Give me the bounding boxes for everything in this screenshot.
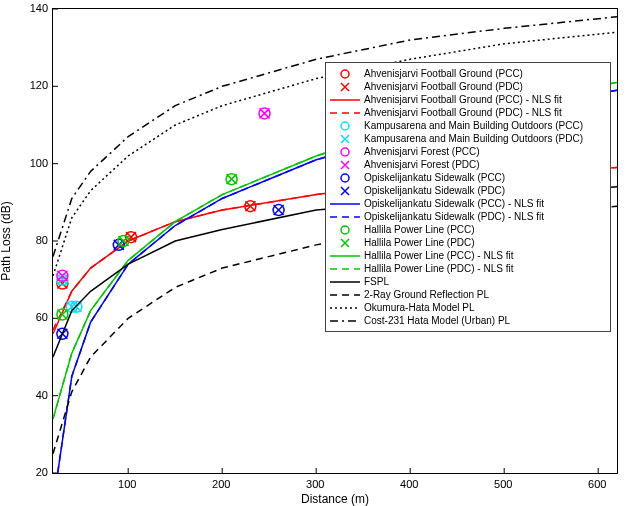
legend-label: Hallila Power Line (PCC) - NLS fit (364, 249, 514, 262)
legend-label: Cost-231 Hata Model (Urban) PL (364, 314, 510, 327)
x-tick-label: 200 (212, 478, 230, 490)
legend-label: Ahvenisjarvi Football Ground (PCC) - NLS… (364, 93, 562, 106)
y-tick-label: 100 (8, 157, 48, 169)
x-axis-label: Distance (m) (301, 492, 369, 506)
legend-label: FSPL (364, 275, 389, 288)
legend-swatch (330, 263, 360, 275)
legend-label: Hallila Power Line (PCC) (364, 223, 475, 236)
legend-swatch (330, 276, 360, 288)
legend-label: Opiskelijankatu Sidewalk (PDC) - NLS fit (364, 210, 544, 223)
legend-label: Opiskelijankatu Sidewalk (PCC) (364, 171, 505, 184)
legend-swatch (330, 185, 360, 197)
legend-row: Kampusarena and Main Building Outdoors (… (330, 132, 606, 145)
x-tick-label: 500 (494, 478, 512, 490)
y-tick-label: 60 (8, 311, 48, 323)
legend: Ahvenisjarvi Football Ground (PCC)Ahveni… (325, 62, 611, 332)
legend-swatch (330, 120, 360, 132)
legend-swatch (330, 94, 360, 106)
svg-point-40 (341, 226, 349, 234)
legend-row: Ahvenisjarvi Forest (PCC) (330, 145, 606, 158)
legend-swatch (330, 81, 360, 93)
legend-row: Kampusarena and Main Building Outdoors (… (330, 119, 606, 132)
legend-row: Cost-231 Hata Model (Urban) PL (330, 314, 606, 327)
legend-row: Hallila Power Line (PDC) - NLS fit (330, 262, 606, 275)
legend-row: Ahvenisjarvi Forest (PDC) (330, 158, 606, 171)
y-tick-label: 120 (8, 79, 48, 91)
x-tick-label: 100 (118, 478, 136, 490)
x-tick-label: 400 (400, 478, 418, 490)
legend-label: 2-Ray Ground Reflection PL (364, 288, 489, 301)
legend-swatch (330, 237, 360, 249)
legend-row: Ahvenisjarvi Football Ground (PCC) (330, 67, 606, 80)
legend-label: Ahvenisjarvi Football Ground (PDC) - NLS… (364, 106, 562, 119)
legend-row: FSPL (330, 275, 606, 288)
legend-swatch (330, 133, 360, 145)
legend-row: Hallila Power Line (PCC) (330, 223, 606, 236)
legend-swatch (330, 146, 360, 158)
y-tick-label: 80 (8, 234, 48, 246)
legend-swatch (330, 68, 360, 80)
legend-row: Ahvenisjarvi Football Ground (PCC) - NLS… (330, 93, 606, 106)
y-tick-label: 140 (8, 2, 48, 14)
legend-label: Okumura-Hata Model PL (364, 301, 475, 314)
legend-row: Ahvenisjarvi Football Ground (PDC) (330, 80, 606, 93)
legend-row: Okumura-Hata Model PL (330, 301, 606, 314)
legend-swatch (330, 159, 360, 171)
legend-swatch (330, 302, 360, 314)
legend-row: Hallila Power Line (PCC) - NLS fit (330, 249, 606, 262)
legend-swatch (330, 315, 360, 327)
legend-label: Ahvenisjarvi Football Ground (PDC) (364, 80, 523, 93)
x-tick-label: 300 (306, 478, 324, 490)
legend-row: Opiskelijankatu Sidewalk (PCC) - NLS fit (330, 197, 606, 210)
legend-label: Ahvenisjarvi Forest (PDC) (364, 158, 480, 171)
y-tick-label: 40 (8, 389, 48, 401)
legend-label: Hallila Power Line (PDC) (364, 236, 475, 249)
legend-swatch (330, 198, 360, 210)
legend-label: Kampusarena and Main Building Outdoors (… (364, 119, 583, 132)
svg-point-32 (341, 70, 349, 78)
svg-point-36 (341, 148, 349, 156)
legend-swatch (330, 211, 360, 223)
y-tick-label: 20 (8, 466, 48, 478)
chart-canvas: 20406080100120140 100200300400500600 Pat… (0, 0, 634, 506)
legend-row: 2-Ray Ground Reflection PL (330, 288, 606, 301)
legend-swatch (330, 289, 360, 301)
x-tick-label: 600 (588, 478, 606, 490)
svg-point-35 (341, 122, 349, 130)
legend-row: Opiskelijankatu Sidewalk (PDC) (330, 184, 606, 197)
legend-label: Ahvenisjarvi Forest (PCC) (364, 145, 480, 158)
legend-row: Opiskelijankatu Sidewalk (PCC) (330, 171, 606, 184)
legend-row: Ahvenisjarvi Football Ground (PDC) - NLS… (330, 106, 606, 119)
legend-swatch (330, 250, 360, 262)
legend-label: Opiskelijankatu Sidewalk (PDC) (364, 184, 505, 197)
svg-point-37 (341, 174, 349, 182)
legend-label: Opiskelijankatu Sidewalk (PCC) - NLS fit (364, 197, 544, 210)
legend-swatch (330, 107, 360, 119)
legend-swatch (330, 172, 360, 184)
legend-label: Hallila Power Line (PDC) - NLS fit (364, 262, 514, 275)
legend-swatch (330, 224, 360, 236)
y-axis-label: Path Loss (dB) (0, 201, 13, 280)
legend-row: Hallila Power Line (PDC) (330, 236, 606, 249)
legend-label: Kampusarena and Main Building Outdoors (… (364, 132, 583, 145)
legend-row: Opiskelijankatu Sidewalk (PDC) - NLS fit (330, 210, 606, 223)
legend-label: Ahvenisjarvi Football Ground (PCC) (364, 67, 523, 80)
